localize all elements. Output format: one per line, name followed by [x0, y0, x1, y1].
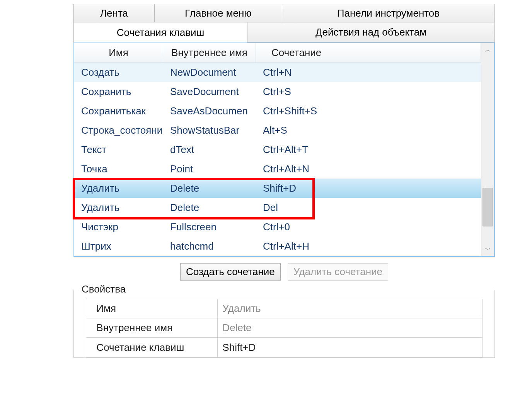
header-name[interactable]: Имя [74, 43, 163, 62]
table-header-row: Имя Внутреннее имя Сочетание [74, 43, 481, 63]
table-row[interactable]: ЧистэкрFullscreenCtrl+0 [74, 217, 481, 236]
scroll-up-icon[interactable]: ︿ [481, 43, 494, 56]
prop-label-shortcut: Сочетание клавиш [86, 338, 218, 357]
scrollbar[interactable]: ︿ ﹀ [481, 43, 494, 256]
cell-internal: dText [163, 144, 256, 156]
cell-internal: SaveAsDocumen [163, 105, 256, 117]
cell-name: Сохранить [74, 86, 163, 98]
button-row: Создать сочетание Удалить сочетание [73, 257, 495, 289]
table-row[interactable]: УдалитьDeleteShift+D [74, 179, 481, 198]
prop-row-shortcut: Сочетание клавиш Shift+D [86, 338, 482, 357]
prop-label-internal: Внутреннее имя [86, 318, 218, 337]
properties-table: Имя Удалить Внутреннее имя Delete Сочета… [86, 299, 482, 357]
cell-name: Создать [74, 66, 163, 78]
scroll-down-icon[interactable]: ﹀ [481, 243, 494, 256]
cell-internal: SaveDocument [163, 86, 256, 98]
table-row[interactable]: СоздатьNewDocumentCtrl+N [74, 63, 481, 82]
prop-value-internal: Delete [218, 318, 482, 337]
cell-shortcut: Ctrl+0 [256, 221, 481, 233]
cell-name: Удалить [74, 182, 163, 194]
cell-internal: Point [163, 163, 256, 175]
cell-name: Сохранитькак [74, 105, 163, 117]
prop-row-internal: Внутреннее имя Delete [86, 318, 482, 338]
prop-label-name: Имя [86, 299, 218, 318]
cell-shortcut: Del [256, 202, 481, 214]
table-row[interactable]: ШтрихhatchcmdCtrl+Alt+H [74, 236, 481, 256]
tabs-row-1: Лента Главное меню Панели инструментов [73, 4, 495, 22]
prop-value-shortcut[interactable]: Shift+D [218, 338, 482, 357]
scroll-thumb[interactable] [483, 188, 493, 226]
tabs-row-2: Сочетания клавиш Действия над объектам [73, 22, 495, 43]
cell-shortcut: Ctrl+S [256, 86, 481, 98]
tab-shortcuts[interactable]: Сочетания клавиш [73, 22, 247, 43]
cell-internal: Delete [163, 182, 256, 194]
scroll-track[interactable] [481, 56, 494, 243]
prop-row-name: Имя Удалить [86, 299, 482, 318]
cell-name: Строка_состояни [74, 124, 163, 136]
cell-shortcut: Ctrl+Shift+S [256, 105, 481, 117]
tab-main-menu[interactable]: Главное меню [155, 4, 282, 22]
cell-shortcut: Ctrl+Alt+T [256, 144, 481, 156]
shortcuts-table: Имя Внутреннее имя Сочетание СоздатьNewD… [74, 43, 481, 256]
cell-shortcut: Ctrl+N [256, 66, 481, 78]
prop-value-name: Удалить [218, 299, 482, 318]
delete-shortcut-button: Удалить сочетание [288, 263, 388, 281]
table-row[interactable]: СохранитьSaveDocumentCtrl+S [74, 82, 481, 101]
tab-toolbars[interactable]: Панели инструментов [282, 4, 495, 22]
cell-shortcut: Alt+S [256, 124, 481, 136]
header-internal[interactable]: Внутреннее имя [163, 43, 256, 62]
table-row[interactable]: ТекстdTextCtrl+Alt+T [74, 140, 481, 159]
properties-group: Свойства Имя Удалить Внутреннее имя Dele… [73, 290, 495, 358]
table-row[interactable]: СохранитькакSaveAsDocumenCtrl+Shift+S [74, 101, 481, 121]
table-row[interactable]: Строка_состояниShowStatusBarAlt+S [74, 121, 481, 140]
table-row[interactable]: ТочкаPointCtrl+Alt+N [74, 159, 481, 179]
properties-title: Свойства [79, 283, 128, 295]
table-row[interactable]: УдалитьDeleteDel [74, 198, 481, 217]
tab-object-actions[interactable]: Действия над объектам [247, 22, 495, 43]
create-shortcut-button[interactable]: Создать сочетание [180, 263, 281, 281]
cell-internal: hatchcmd [163, 240, 256, 252]
header-shortcut[interactable]: Сочетание [256, 43, 481, 62]
cell-shortcut: Ctrl+Alt+N [256, 163, 481, 175]
cell-shortcut: Ctrl+Alt+H [256, 240, 481, 252]
cell-name: Удалить [74, 202, 163, 214]
cell-name: Чистэкр [74, 221, 163, 233]
cell-internal: NewDocument [163, 66, 256, 78]
cell-internal: ShowStatusBar [163, 124, 256, 136]
cell-internal: Delete [163, 202, 256, 214]
shortcuts-table-wrap: Имя Внутреннее имя Сочетание СоздатьNewD… [73, 43, 495, 257]
cell-name: Текст [74, 144, 163, 156]
tab-ribbon[interactable]: Лента [73, 4, 155, 22]
cell-name: Точка [74, 163, 163, 175]
cell-internal: Fullscreen [163, 221, 256, 233]
cell-name: Штрих [74, 240, 163, 252]
cell-shortcut: Shift+D [256, 182, 481, 194]
